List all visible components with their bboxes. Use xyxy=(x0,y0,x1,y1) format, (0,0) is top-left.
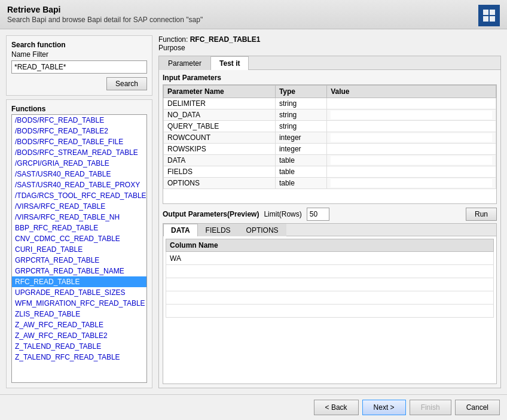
function-list-item[interactable]: /VIRSA/RFC_READ_TABLE xyxy=(12,201,146,212)
param-type: integer xyxy=(275,144,326,155)
result-tab-data[interactable]: DATA xyxy=(163,224,198,236)
function-list-item[interactable]: Z_AW_RFC_READ_TABLE2 xyxy=(12,330,146,341)
param-type: string xyxy=(275,109,326,121)
param-value[interactable] xyxy=(327,178,496,189)
param-value[interactable] xyxy=(327,98,496,109)
result-row xyxy=(166,265,494,278)
dialog-title-area: Retrieve Bapi Search Bapi and browse Bap… xyxy=(7,5,203,24)
function-list-item[interactable]: RFC_READ_TABLE xyxy=(12,276,146,287)
tab-parameter[interactable]: Parameter xyxy=(159,56,210,70)
search-function-label: Search function xyxy=(11,41,147,49)
next-button[interactable]: Next > xyxy=(362,400,406,415)
function-list-item[interactable]: /BODS/RFC_READ_TABLE xyxy=(12,115,146,126)
result-col-name: Column Name xyxy=(166,239,494,252)
function-list-item[interactable]: /SAST/USR40_READ_TABLE xyxy=(12,169,146,179)
result-row: WA xyxy=(166,252,494,265)
result-row xyxy=(166,278,494,291)
functions-label: Functions xyxy=(11,105,147,113)
param-type: table xyxy=(275,166,326,178)
search-button[interactable]: Search xyxy=(106,77,147,90)
name-filter-input[interactable] xyxy=(11,60,147,74)
result-tabs-container: DATA FIELDS OPTIONS Column Name xyxy=(163,223,497,384)
svg-rect-0 xyxy=(483,10,488,15)
dialog-container: Retrieve Bapi Search Bapi and browse Bap… xyxy=(0,0,507,420)
param-row: NO_DATA string xyxy=(164,109,496,121)
function-list-item[interactable]: /SAST/USR40_READ_TABLE_PROXY xyxy=(12,179,146,190)
back-button[interactable]: < Back xyxy=(314,400,359,415)
param-name: QUERY_TABLE xyxy=(164,121,276,132)
function-list-item[interactable]: CURI_READ_TABLE xyxy=(12,244,146,255)
result-tab-fields[interactable]: FIELDS xyxy=(198,224,239,236)
param-value[interactable] xyxy=(327,121,496,132)
param-type: string xyxy=(275,98,326,109)
svg-rect-1 xyxy=(490,10,495,15)
param-row: ROWSKIPS integer xyxy=(164,144,496,155)
limit-label: Limit(Rows) xyxy=(264,210,301,218)
param-name: DATA xyxy=(164,155,276,166)
function-list-item[interactable]: ZLIS_READ_TABLE xyxy=(12,309,146,319)
output-params-row: Output Parameters(Preview) Limit(Rows) R… xyxy=(163,208,497,221)
result-tab-options[interactable]: OPTIONS xyxy=(239,224,286,236)
svg-rect-3 xyxy=(490,16,495,22)
search-section: Search function Name Filter Search xyxy=(6,35,152,96)
name-filter-label: Name Filter xyxy=(11,50,147,59)
function-list-item[interactable]: Z_TALEND_READ_TABLE xyxy=(12,341,146,352)
function-list-item[interactable]: Z_AW_RFC_READ_TABLE xyxy=(12,319,146,330)
params-table-container: Parameter Name Type Value DELIMITER stri… xyxy=(163,84,497,204)
right-panel: Function: RFC_READ_TABLE1 Purpose Parame… xyxy=(158,35,501,388)
param-value[interactable] xyxy=(327,155,496,166)
param-type: integer xyxy=(275,132,326,144)
param-row: DATA table xyxy=(164,155,496,166)
input-params-label: Input Parameters xyxy=(163,74,497,82)
param-value[interactable] xyxy=(327,144,496,155)
function-list-item[interactable]: /BODS/RFC_READ_TABLE_FILE xyxy=(12,136,146,147)
tab-testit[interactable]: Test it xyxy=(210,56,249,70)
limit-input[interactable] xyxy=(307,208,329,221)
finish-button[interactable]: Finish xyxy=(410,400,451,415)
param-row: FIELDS table xyxy=(164,166,496,178)
function-list-item[interactable]: /TDAG/RCS_TOOL_RFC_READ_TABLE xyxy=(12,190,146,201)
run-button[interactable]: Run xyxy=(466,208,497,221)
params-table: Parameter Name Type Value DELIMITER stri… xyxy=(163,85,496,189)
param-value[interactable] xyxy=(327,166,496,178)
cancel-button[interactable]: Cancel xyxy=(455,400,500,415)
dialog-subtitle: Search Bapi and browse Bapi detail for S… xyxy=(7,16,203,24)
function-list-item[interactable]: BBP_RFC_READ_TABLE xyxy=(12,223,146,233)
tab-content: Input Parameters Parameter Name Type Val… xyxy=(159,70,500,388)
param-name: OPTIONS xyxy=(164,178,276,189)
function-list-item[interactable]: WFM_MIGRATION_RFC_READ_TABLE xyxy=(12,298,146,309)
params-col-name: Parameter Name xyxy=(164,86,276,98)
purpose-label: Purpose xyxy=(158,44,185,52)
params-col-type: Type xyxy=(275,86,326,98)
svg-rect-2 xyxy=(483,16,488,22)
left-panel: Search function Name Filter Search Funct… xyxy=(6,35,152,388)
function-list-item[interactable]: /BODS/RFC_STREAM_READ_TABLE xyxy=(12,147,146,158)
result-cell xyxy=(166,265,494,278)
param-row: OPTIONS table xyxy=(164,178,496,189)
result-cell xyxy=(166,278,494,291)
param-name: ROWSKIPS xyxy=(164,144,276,155)
function-list-item[interactable]: CNV_CDMC_CC_READ_TABLE xyxy=(12,233,146,244)
function-list-item[interactable]: GRPCRTA_READ_TABLE xyxy=(12,255,146,266)
function-list-item[interactable]: UPGRADE_READ_TABLE_SIZES xyxy=(12,287,146,298)
function-list-item[interactable]: /VIRSA/RFC_READ_TABLE_NH xyxy=(12,212,146,223)
result-cell xyxy=(166,305,494,318)
function-list-item[interactable]: Z_TALEND_RFC_READ_TABLE xyxy=(12,352,146,363)
param-value[interactable] xyxy=(327,109,496,121)
param-row: DELIMITER string xyxy=(164,98,496,109)
result-content: Column Name WA xyxy=(163,236,496,384)
param-type: table xyxy=(275,178,326,189)
dialog-content: Search function Name Filter Search Funct… xyxy=(0,29,507,394)
dialog-footer: < Back Next > Finish Cancel xyxy=(0,394,507,420)
result-row xyxy=(166,291,494,305)
param-value[interactable] xyxy=(327,132,496,144)
tab-bar: Parameter Test it xyxy=(159,56,500,70)
function-list-item[interactable]: /GRCPI/GRIA_READ_TABLE xyxy=(12,158,146,169)
function-list-item[interactable]: GRPCRTA_READ_TABLE_NAME xyxy=(12,266,146,276)
function-list-item[interactable]: /BODS/RFC_READ_TABLE2 xyxy=(12,126,146,136)
param-name: FIELDS xyxy=(164,166,276,178)
functions-list[interactable]: /BODS/RFC_READ_TABLE/BODS/RFC_READ_TABLE… xyxy=(11,114,147,383)
result-row xyxy=(166,305,494,318)
param-row: ROWCOUNT integer xyxy=(164,132,496,144)
output-params-label: Output Parameters(Preview) xyxy=(163,210,259,218)
